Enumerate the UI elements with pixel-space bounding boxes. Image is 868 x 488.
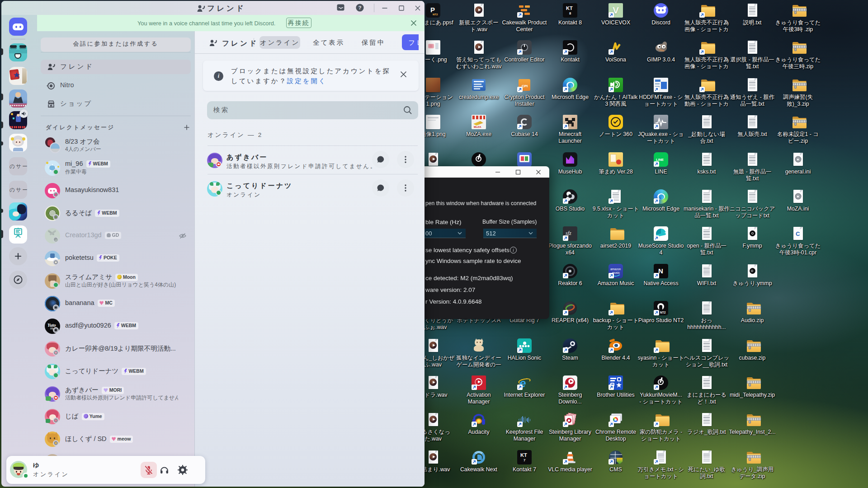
svg-text:?: ? bbox=[358, 5, 361, 10]
